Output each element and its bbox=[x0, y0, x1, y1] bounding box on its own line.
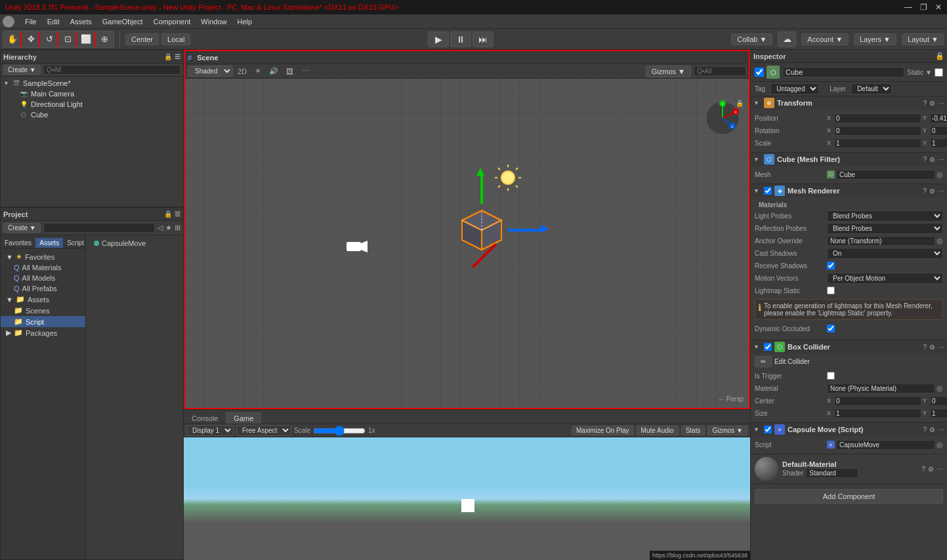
mesh-select-icon[interactable]: ◎ bbox=[936, 170, 943, 179]
lightmap-static-checkbox[interactable] bbox=[827, 287, 835, 294]
hierarchy-search[interactable] bbox=[43, 65, 180, 75]
cloud-button[interactable]: ☁ bbox=[778, 31, 796, 47]
scene-image-btn[interactable]: 🖼 bbox=[283, 66, 296, 77]
tree-all-models[interactable]: Q All Models bbox=[1, 273, 85, 283]
anchor-select-icon[interactable]: ◎ bbox=[936, 237, 943, 245]
hierarchy-cube[interactable]: ⬡ Cube bbox=[1, 110, 183, 120]
script-select-icon[interactable]: ◎ bbox=[936, 441, 943, 449]
position-x-field[interactable] bbox=[834, 113, 921, 123]
capsule-move-enable-checkbox[interactable] bbox=[764, 426, 772, 433]
scene-search[interactable] bbox=[694, 66, 746, 76]
menu-assets[interactable]: Assets bbox=[65, 16, 97, 27]
move-tool[interactable]: ✥ bbox=[22, 31, 40, 47]
tree-scenes[interactable]: 📁 Scenes bbox=[1, 305, 85, 316]
mesh-renderer-more-icon[interactable]: ⋯ bbox=[938, 188, 944, 195]
object-name-field[interactable] bbox=[782, 67, 904, 77]
capsule-move-help-icon[interactable]: ? bbox=[923, 426, 927, 433]
tab-script[interactable]: Script bbox=[63, 238, 86, 248]
tree-assets[interactable]: ▼ 📁 Assets bbox=[1, 294, 85, 305]
tree-packages[interactable]: ▶ 📁 Packages bbox=[1, 327, 85, 338]
mute-audio-btn[interactable]: Mute Audio bbox=[637, 426, 679, 435]
add-component-button[interactable]: Add Component bbox=[755, 489, 943, 504]
maximize-on-play-btn[interactable]: Maximize On Play bbox=[572, 426, 634, 435]
layer-dropdown[interactable]: Default bbox=[851, 83, 892, 94]
transform-settings-icon[interactable]: ⚙ bbox=[929, 100, 935, 107]
rotation-y-field[interactable] bbox=[930, 126, 947, 136]
game-gizmos-btn[interactable]: Gizmos ▼ bbox=[707, 426, 747, 435]
rect-tool[interactable]: ⬜ bbox=[77, 31, 95, 47]
reflection-probes-dropdown[interactable]: Blend Probes bbox=[827, 223, 943, 234]
rotate-tool[interactable]: ↺ bbox=[40, 31, 58, 47]
object-active-checkbox[interactable] bbox=[755, 68, 764, 77]
tab-assets[interactable]: Assets bbox=[35, 238, 63, 248]
scale-y-field[interactable] bbox=[930, 138, 947, 148]
tab-favorites[interactable]: Favorites bbox=[1, 238, 35, 248]
step-button[interactable]: ⏭ bbox=[473, 31, 494, 47]
size-x-field[interactable] bbox=[834, 409, 921, 418]
hand-tool[interactable]: ✋ bbox=[3, 31, 22, 47]
display-dropdown[interactable]: Display 1 bbox=[186, 425, 234, 436]
menu-file[interactable]: File bbox=[20, 16, 42, 27]
position-y-field[interactable] bbox=[930, 113, 947, 123]
hierarchy-light[interactable]: 💡 Directional Light bbox=[1, 99, 183, 110]
center-x-field[interactable] bbox=[834, 396, 921, 406]
static-checkbox[interactable] bbox=[935, 68, 943, 77]
proj-icon3[interactable]: ⊞ bbox=[175, 224, 180, 232]
center-pivot-btn[interactable]: Center bbox=[125, 33, 159, 45]
camera-object[interactable] bbox=[343, 237, 369, 258]
asset-capsulemove[interactable]: CapsuleMove bbox=[89, 238, 180, 249]
window-controls[interactable]: — ❐ ✕ bbox=[904, 3, 942, 12]
scale-x-field[interactable] bbox=[834, 138, 921, 148]
shader-value-field[interactable] bbox=[806, 468, 858, 478]
mesh-renderer-header[interactable]: ▼ ◈ Mesh Renderer ? ⚙ ⋯ bbox=[751, 184, 947, 197]
motion-vectors-dropdown[interactable]: Per Object Motion bbox=[827, 273, 943, 284]
scale-slider[interactable] bbox=[313, 426, 366, 436]
mesh-ref-field[interactable] bbox=[836, 170, 935, 180]
box-collider-enable-checkbox[interactable] bbox=[764, 343, 772, 351]
cast-shadows-dropdown[interactable]: On bbox=[827, 248, 943, 259]
mesh-renderer-help-icon[interactable]: ? bbox=[923, 188, 927, 195]
mesh-renderer-settings-icon[interactable]: ⚙ bbox=[929, 188, 935, 195]
tab-console[interactable]: Console bbox=[184, 413, 226, 424]
mesh-renderer-enable-checkbox[interactable] bbox=[764, 187, 772, 195]
proj-icon1[interactable]: ◁ bbox=[158, 224, 163, 232]
tree-favorites[interactable]: ▼ ★ Favorites bbox=[1, 251, 85, 262]
is-trigger-checkbox[interactable] bbox=[827, 372, 835, 380]
maximize-btn[interactable]: ❐ bbox=[920, 3, 927, 12]
menu-window[interactable]: Window bbox=[196, 16, 232, 27]
menu-gameobject[interactable]: GameObject bbox=[97, 16, 148, 27]
size-y-field[interactable] bbox=[930, 409, 947, 418]
material-more-icon[interactable]: ⋯ bbox=[936, 466, 943, 473]
tab-game[interactable]: Game bbox=[226, 412, 261, 424]
edit-collider-btn[interactable]: ✏ bbox=[755, 356, 772, 367]
aspect-dropdown[interactable]: Free Aspect bbox=[236, 425, 291, 436]
scene-2d-btn[interactable]: 2D bbox=[236, 66, 249, 77]
hierarchy-scene[interactable]: ▼ 🎬 SampleScene* bbox=[1, 78, 183, 89]
pause-button[interactable]: ⏸ bbox=[450, 31, 471, 47]
mesh-filter-header[interactable]: ▼ ⬡ Cube (Mesh Filter) ? ⚙ ⋯ bbox=[751, 153, 947, 166]
inspector-lock-icon[interactable]: 🔒 bbox=[935, 52, 944, 60]
scale-tool[interactable]: ⊡ bbox=[58, 31, 77, 47]
transform-tool[interactable]: ⊕ bbox=[95, 31, 114, 47]
box-collider-header[interactable]: ▼ ⬡ Box Collider ? ⚙ ⋯ bbox=[751, 340, 947, 353]
account-dropdown[interactable]: Account ▼ bbox=[801, 33, 849, 45]
stats-btn[interactable]: Stats bbox=[681, 426, 705, 435]
hierarchy-camera[interactable]: 📷 Main Camera bbox=[1, 89, 183, 99]
capsule-move-header[interactable]: ▼ # Capsule Move (Script) ? ⚙ ⋯ bbox=[751, 423, 947, 436]
menu-help[interactable]: Help bbox=[232, 16, 257, 27]
project-lock-icon[interactable]: 🔒 bbox=[164, 210, 172, 218]
tree-all-materials[interactable]: Q All Materials bbox=[1, 262, 85, 273]
transform-more-icon[interactable]: ⋯ bbox=[938, 100, 944, 107]
local-global-btn[interactable]: Local bbox=[161, 33, 190, 45]
capsule-move-settings-icon[interactable]: ⚙ bbox=[929, 426, 935, 433]
scene-light-btn[interactable]: ☀ bbox=[251, 66, 264, 77]
tree-all-prefabs[interactable]: Q All Prefabs bbox=[1, 283, 85, 294]
mesh-filter-settings-icon[interactable]: ⚙ bbox=[929, 156, 935, 163]
box-collider-help-icon[interactable]: ? bbox=[923, 344, 927, 351]
scene-canvas[interactable]: Y X Z ← Persp 🔒 bbox=[185, 79, 749, 408]
receive-shadows-checkbox[interactable] bbox=[827, 262, 835, 270]
script-ref-field[interactable] bbox=[836, 440, 935, 450]
hierarchy-lock-icon[interactable]: 🔒 bbox=[164, 53, 172, 60]
mesh-filter-help-icon[interactable]: ? bbox=[923, 156, 927, 163]
layers-dropdown[interactable]: Layers ▼ bbox=[854, 33, 896, 45]
